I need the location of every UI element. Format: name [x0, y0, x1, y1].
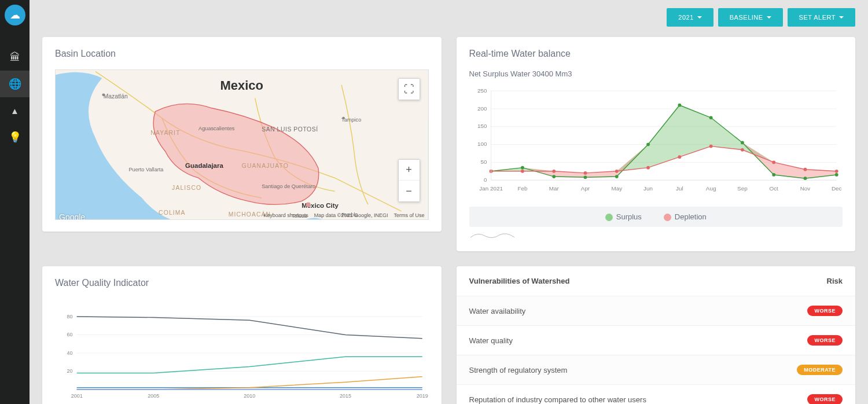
sidebar: ☁ 🏛 🌐 ▲ 💡 — [0, 0, 30, 404]
svg-text:2001: 2001 — [71, 393, 83, 399]
legend-surplus-label: Surplus — [616, 212, 642, 221]
year-dropdown[interactable]: 2021 — [667, 8, 713, 27]
svg-point-38 — [615, 175, 618, 178]
basin-location-card: Basin Location — [42, 37, 442, 232]
sidebar-item-alert[interactable]: ▲ — [0, 97, 30, 124]
map-attribution: Map data ©2021 Google, INEGI — [314, 212, 388, 218]
vuln-row[interactable]: Water availabilityWORSE — [457, 296, 856, 325]
set-alert-label: SET ALERT — [799, 14, 836, 21]
risk-badge: MODERATE — [797, 365, 843, 375]
svg-text:Apr: Apr — [580, 185, 590, 192]
svg-point-39 — [646, 143, 650, 146]
map-kb-shortcuts[interactable]: Keyboard shortcuts — [263, 212, 308, 218]
svg-text:NAYARIT: NAYARIT — [150, 130, 180, 136]
svg-text:GUANAJUATO: GUANAJUATO — [242, 163, 289, 169]
svg-text:2015: 2015 — [340, 393, 351, 399]
svg-point-47 — [521, 170, 524, 173]
vuln-label: Water availability — [469, 307, 526, 315]
vuln-row[interactable]: Reputation of industry compared to other… — [457, 384, 856, 404]
google-logo: Google — [59, 212, 85, 220]
svg-point-51 — [646, 166, 650, 170]
cloud-icon: ☁ — [10, 9, 20, 21]
sidebar-item-institution[interactable]: 🏛 — [0, 44, 30, 71]
zoom-in-button[interactable]: + — [399, 160, 420, 181]
depletion-dot-icon — [664, 214, 671, 221]
svg-point-37 — [583, 175, 587, 179]
app-logo[interactable]: ☁ — [5, 5, 25, 25]
water-balance-card: Real-time Water balance Net Surplus Wate… — [457, 37, 856, 251]
svg-point-20 — [102, 94, 105, 97]
svg-text:Dec: Dec — [831, 185, 841, 192]
svg-text:Nov: Nov — [800, 185, 810, 192]
svg-point-45 — [834, 173, 838, 177]
wqi-card: Water Quality Indicator 2040608020012005… — [42, 266, 442, 404]
vuln-label: Water quality — [469, 336, 513, 345]
vuln-row[interactable]: Strength of regulatory systemMODERATE — [457, 355, 856, 384]
svg-text:80: 80 — [67, 314, 73, 319]
svg-point-40 — [678, 104, 681, 107]
svg-text:Jan 2021: Jan 2021 — [479, 185, 503, 192]
wqi-chart[interactable]: 2040608020012005201020152019 — [55, 299, 429, 404]
risk-badge: WORSE — [807, 394, 843, 404]
map[interactable]: Durango TAMAULIPAS Mazatlán NAYARIT Agua… — [55, 69, 429, 220]
svg-text:2010: 2010 — [244, 393, 255, 399]
svg-point-35 — [521, 166, 524, 170]
baseline-dropdown-label: BASELINE — [730, 14, 763, 21]
svg-point-52 — [678, 155, 681, 159]
svg-text:Jul: Jul — [676, 185, 683, 192]
chart-brush[interactable] — [469, 230, 843, 240]
zoom-out-button[interactable]: − — [399, 181, 420, 201]
year-dropdown-label: 2021 — [678, 14, 693, 21]
svg-text:Mazatlán: Mazatlán — [104, 93, 128, 100]
svg-text:40: 40 — [67, 350, 73, 356]
svg-text:May: May — [611, 185, 622, 192]
map-title: Mexico — [220, 78, 263, 93]
water-balance-legend: Surplus Depletion — [469, 207, 843, 227]
chevron-down-icon — [697, 16, 702, 19]
svg-point-43 — [772, 173, 775, 177]
vuln-row[interactable]: Water qualityWORSE — [457, 325, 856, 355]
svg-point-55 — [772, 161, 775, 164]
chevron-down-icon — [767, 16, 771, 19]
svg-point-56 — [803, 168, 807, 171]
institution-icon: 🏛 — [10, 52, 20, 64]
svg-text:Oct: Oct — [769, 185, 778, 192]
basin-location-title: Basin Location — [55, 49, 429, 59]
svg-point-36 — [552, 175, 556, 178]
svg-text:Jun: Jun — [643, 185, 653, 192]
svg-point-19 — [306, 202, 311, 207]
svg-text:JALISCO: JALISCO — [172, 185, 201, 191]
water-balance-subtitle: Net Surplus Water 30400 Mm3 — [469, 69, 843, 78]
svg-text:Sep: Sep — [737, 185, 748, 192]
svg-text:SAN LUIS POTOSÍ: SAN LUIS POTOSÍ — [262, 126, 318, 133]
svg-point-49 — [583, 171, 587, 175]
svg-point-48 — [552, 170, 556, 173]
water-balance-title: Real-time Water balance — [469, 49, 843, 59]
water-balance-chart[interactable]: 050100150200250Jan 2021FebMarAprMayJunJu… — [469, 80, 843, 202]
svg-text:0: 0 — [483, 177, 487, 183]
baseline-dropdown[interactable]: BASELINE — [718, 8, 783, 27]
fullscreen-icon[interactable]: ⛶ — [399, 79, 420, 100]
vuln-label: Strength of regulatory system — [469, 366, 568, 374]
sidebar-item-idea[interactable]: 💡 — [0, 124, 30, 150]
svg-text:Santiago de Querétaro: Santiago de Querétaro — [262, 183, 315, 189]
vuln-header-right: Risk — [827, 277, 843, 285]
svg-text:Feb: Feb — [517, 185, 528, 192]
map-fullscreen-control[interactable]: ⛶ — [398, 78, 420, 100]
svg-point-54 — [741, 148, 744, 152]
svg-text:20: 20 — [67, 368, 73, 374]
svg-text:2005: 2005 — [148, 393, 159, 399]
svg-point-53 — [709, 145, 712, 148]
set-alert-dropdown[interactable]: SET ALERT — [788, 8, 855, 27]
alert-icon: ▲ — [10, 106, 19, 116]
sidebar-item-globe[interactable]: 🌐 — [0, 71, 30, 97]
svg-text:Aug: Aug — [705, 185, 716, 192]
idea-icon: 💡 — [9, 131, 21, 144]
svg-point-42 — [741, 141, 744, 145]
svg-text:250: 250 — [477, 87, 487, 94]
svg-text:Aguascalientes: Aguascalientes — [198, 126, 235, 131]
map-terms[interactable]: Terms of Use — [393, 212, 424, 218]
svg-text:60: 60 — [67, 332, 73, 337]
globe-icon: 🌐 — [9, 78, 21, 90]
svg-text:150: 150 — [477, 123, 487, 129]
